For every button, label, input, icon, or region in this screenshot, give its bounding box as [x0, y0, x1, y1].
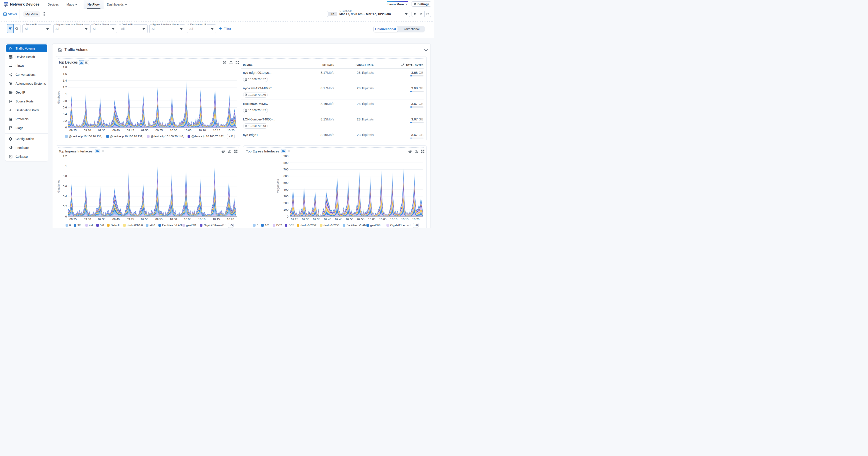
svg-text:09:55: 09:55 [357, 218, 365, 221]
svg-text:10:00: 10:00 [170, 129, 177, 132]
svg-text:09:25: 09:25 [69, 129, 77, 132]
svg-text:09:40: 09:40 [113, 129, 120, 132]
svg-text:09:25: 09:25 [291, 218, 298, 221]
svg-text:09:35: 09:35 [313, 218, 320, 221]
svg-text:10:10: 10:10 [198, 218, 206, 221]
svg-text:09:30: 09:30 [302, 218, 309, 221]
svg-text:10:05: 10:05 [379, 218, 386, 221]
svg-text:09:35: 09:35 [98, 218, 105, 221]
svg-text:10:20: 10:20 [227, 218, 234, 221]
svg-text:500: 500 [283, 181, 288, 184]
svg-text:10:15: 10:15 [213, 218, 220, 221]
svg-text:0.4: 0.4 [63, 195, 67, 198]
svg-text:09:55: 09:55 [156, 129, 163, 132]
svg-text:0.6: 0.6 [63, 106, 67, 109]
svg-text:09:50: 09:50 [141, 218, 149, 221]
svg-text:0.8: 0.8 [63, 99, 67, 102]
svg-text:1.2: 1.2 [63, 154, 67, 158]
svg-text:0: 0 [65, 126, 67, 129]
svg-text:09:35: 09:35 [98, 129, 105, 132]
svg-text:1.4: 1.4 [63, 79, 67, 82]
svg-text:1.2: 1.2 [63, 86, 67, 89]
svg-text:Megabytes: Megabytes [276, 179, 280, 193]
svg-text:800: 800 [283, 161, 288, 164]
svg-text:400: 400 [283, 188, 288, 191]
svg-text:100: 100 [283, 208, 288, 211]
svg-text:10:20: 10:20 [227, 129, 235, 132]
svg-text:1: 1 [65, 92, 67, 96]
svg-text:600: 600 [283, 175, 288, 178]
svg-text:0.2: 0.2 [63, 119, 67, 122]
svg-text:10:15: 10:15 [213, 129, 220, 132]
svg-text:1.6: 1.6 [63, 72, 67, 75]
svg-text:700: 700 [283, 168, 288, 171]
svg-text:09:40: 09:40 [324, 218, 331, 221]
svg-text:09:55: 09:55 [155, 218, 163, 221]
svg-text:09:40: 09:40 [113, 218, 120, 221]
svg-text:0.2: 0.2 [63, 205, 67, 208]
svg-text:Gigabytes: Gigabytes [57, 180, 60, 193]
svg-text:09:25: 09:25 [69, 218, 77, 221]
svg-text:10:00: 10:00 [368, 218, 376, 221]
svg-text:09:45: 09:45 [127, 129, 134, 132]
svg-text:900: 900 [283, 154, 288, 158]
svg-text:09:45: 09:45 [127, 218, 134, 221]
svg-text:0.8: 0.8 [63, 175, 67, 178]
svg-text:1: 1 [65, 164, 67, 168]
svg-text:09:50: 09:50 [346, 218, 353, 221]
svg-text:09:30: 09:30 [84, 218, 91, 221]
svg-text:10:10: 10:10 [199, 129, 206, 132]
svg-text:10:20: 10:20 [412, 218, 420, 221]
svg-text:10:05: 10:05 [184, 129, 191, 132]
svg-text:09:45: 09:45 [335, 218, 342, 221]
svg-text:10:10: 10:10 [390, 218, 398, 221]
svg-text:1.8: 1.8 [63, 66, 67, 69]
svg-text:09:50: 09:50 [141, 129, 149, 132]
svg-text:0.4: 0.4 [63, 113, 67, 116]
svg-text:10:15: 10:15 [401, 218, 409, 221]
svg-text:0: 0 [65, 215, 67, 218]
svg-text:200: 200 [283, 201, 288, 205]
svg-text:10:05: 10:05 [184, 218, 191, 221]
svg-text:09:30: 09:30 [84, 129, 91, 132]
svg-text:0: 0 [287, 215, 288, 218]
svg-text:0.6: 0.6 [63, 185, 67, 188]
svg-text:10:00: 10:00 [169, 218, 177, 221]
svg-text:300: 300 [283, 195, 288, 198]
svg-text:Gigabytes: Gigabytes [57, 91, 60, 104]
